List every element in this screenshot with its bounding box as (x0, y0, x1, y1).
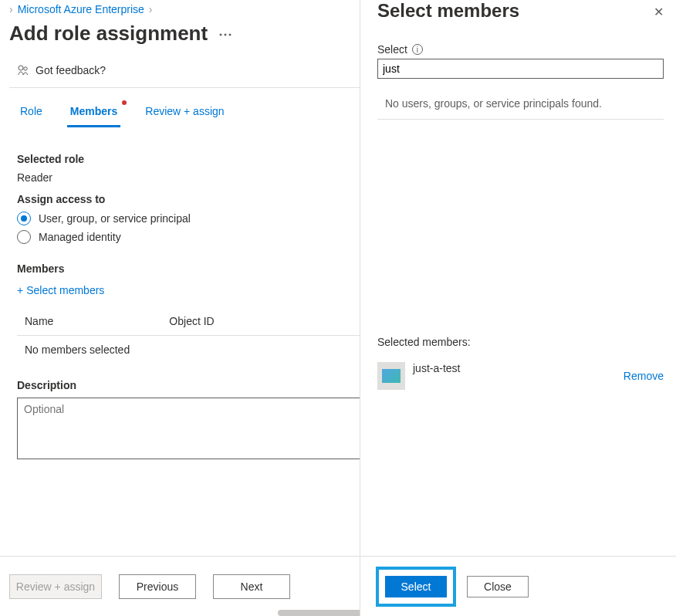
radio-user-label: User, group, or service principal (39, 212, 191, 225)
select-members-panel: Select members ✕ Select i No users, grou… (360, 0, 676, 616)
previous-button[interactable]: Previous (119, 574, 196, 599)
select-members-link[interactable]: + Select members (17, 284, 104, 296)
review-assign-button[interactable]: Review + assign (9, 574, 102, 599)
member-thumbnail-icon (377, 362, 405, 390)
tab-role[interactable]: Role (17, 100, 46, 127)
close-button[interactable]: Close (467, 576, 529, 597)
validation-dot-icon (122, 100, 127, 105)
flyout-title: Select members (377, 0, 519, 22)
tab-review-assign[interactable]: Review + assign (142, 100, 227, 127)
selected-member-row: just-a-test Remove (377, 357, 664, 394)
breadcrumb-link[interactable]: Microsoft Azure Enterprise (18, 3, 144, 15)
radio-user-group-sp[interactable] (17, 212, 31, 225)
remove-member-link[interactable]: Remove (624, 370, 664, 382)
select-button-highlight: Select (376, 567, 456, 607)
select-search-input[interactable] (377, 59, 664, 79)
chevron-right-icon: › (9, 3, 13, 15)
radio-managed-identity[interactable] (17, 230, 31, 244)
feedback-icon (17, 64, 29, 76)
flyout-footer: Select Close (360, 556, 676, 616)
svg-point-0 (19, 66, 23, 70)
plus-icon: + (17, 284, 23, 296)
feedback-label: Got feedback? (35, 64, 106, 76)
horizontal-scrollbar[interactable] (278, 610, 363, 616)
select-field-label: Select (377, 43, 407, 56)
close-icon[interactable]: ✕ (654, 5, 664, 19)
col-objectid: Object ID (169, 315, 214, 327)
more-menu-icon[interactable]: ⋯ (218, 25, 233, 42)
tab-members[interactable]: Members (67, 100, 120, 127)
svg-point-1 (24, 67, 27, 70)
col-name: Name (25, 315, 53, 327)
chevron-right-icon: › (149, 3, 153, 15)
info-icon[interactable]: i (412, 44, 423, 55)
select-button[interactable]: Select (385, 576, 447, 597)
description-input[interactable] (17, 398, 364, 459)
selected-members-label: Selected members: (377, 336, 664, 348)
search-results-empty: No users, groups, or service principals … (377, 79, 664, 120)
next-button[interactable]: Next (213, 574, 290, 599)
radio-managed-label: Managed identity (39, 231, 121, 243)
member-name: just-a-test (413, 362, 616, 374)
